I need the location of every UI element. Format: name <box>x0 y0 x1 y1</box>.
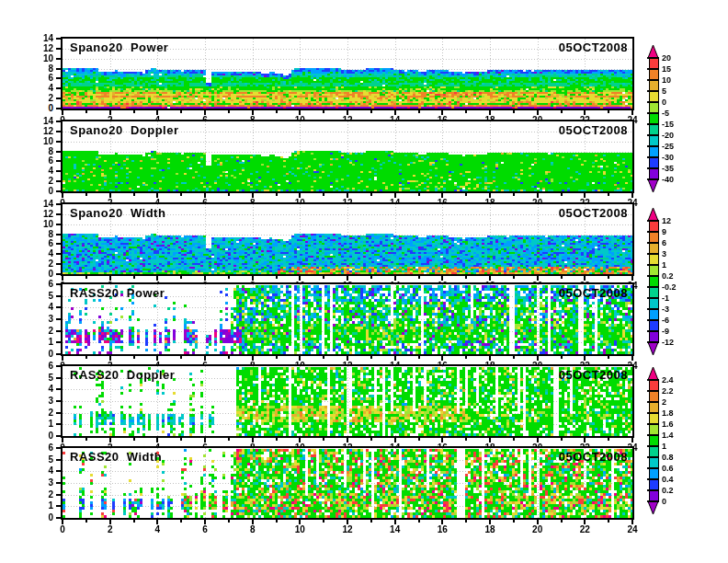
x-tick-label: 8 <box>240 525 266 534</box>
x-tick-mark <box>561 276 563 279</box>
x-tick-mark <box>370 276 372 279</box>
colorbar-tick-mark <box>647 412 659 414</box>
y-tick-mark <box>56 234 61 236</box>
x-tick-label: 16 <box>429 525 455 534</box>
y-tick-mark <box>56 77 61 79</box>
date-label: 05OCT2008 <box>559 450 628 464</box>
x-tick-mark <box>228 438 230 441</box>
panel-title-rass20-doppler: RASS20 Doppler <box>70 368 175 382</box>
x-tick-mark <box>85 193 87 196</box>
y-tick-label: 6 <box>26 280 53 289</box>
y-tick-mark <box>56 505 61 507</box>
date-label: 05OCT2008 <box>559 206 628 220</box>
colorbar-1: 1296310.2-0.2-1-3-6-9-12 <box>646 208 688 355</box>
x-tick-mark <box>608 520 609 523</box>
x-tick-mark <box>228 276 230 279</box>
colorbar-tick-mark <box>647 264 659 266</box>
colorbar-tick-mark <box>647 275 659 277</box>
x-tick-mark <box>370 438 372 441</box>
colorbar-tick-label: -15 <box>662 121 674 129</box>
date-label: 05OCT2008 <box>559 286 628 300</box>
date-label: 05OCT2008 <box>559 368 628 382</box>
x-tick-mark <box>276 356 278 359</box>
colorbar-tick-mark <box>647 156 659 158</box>
y-tick-label: 5 <box>26 373 53 383</box>
colorbar-tick-label: 2.2 <box>662 387 674 396</box>
x-tick-mark <box>370 356 372 359</box>
x-tick-mark <box>85 438 87 441</box>
y-tick-mark <box>56 435 61 437</box>
y-tick-label: 0 <box>26 431 53 441</box>
x-tick-mark <box>608 276 609 279</box>
colorbar-tick-mark <box>647 500 659 502</box>
x-tick-mark <box>418 276 420 279</box>
x-tick-label: 20 <box>525 525 551 534</box>
y-tick-mark <box>56 306 61 308</box>
y-tick-label: 2 <box>26 177 53 186</box>
x-tick-mark <box>276 520 278 523</box>
x-tick-mark <box>133 438 135 441</box>
y-tick-label: 2 <box>26 259 53 269</box>
y-tick-mark <box>56 412 61 414</box>
panel-title-rass20-power: RASS20 Power <box>70 286 165 300</box>
colorbar-tick-mark <box>647 286 659 288</box>
y-tick-mark <box>56 377 61 379</box>
colorbar-tick-mark <box>647 90 659 92</box>
colorbar-tick-label: 0 <box>662 98 666 107</box>
y-tick-label: 2 <box>26 408 53 418</box>
colorbar-tick-mark <box>647 423 659 425</box>
panel-title-spano20-power: Spano20 Power <box>70 40 168 54</box>
colorbar-tick-mark <box>647 401 659 403</box>
panel-title-rass20-width: RASS20 Width <box>70 450 162 464</box>
y-tick-label: 4 <box>26 84 53 93</box>
x-tick-mark <box>418 193 420 196</box>
panel-spano20-doppler: Spano20 Doppler05OCT2008 <box>61 120 634 193</box>
y-tick-mark <box>56 151 61 153</box>
panel-title-spano20-doppler: Spano20 Doppler <box>70 123 179 137</box>
x-tick-mark <box>180 110 182 113</box>
y-tick-mark <box>56 180 61 182</box>
y-tick-label: 12 <box>26 44 53 53</box>
x-tick-mark <box>180 520 182 523</box>
x-tick-mark <box>323 438 324 441</box>
y-tick-mark <box>56 318 61 320</box>
x-tick-mark <box>228 193 230 196</box>
y-tick-label: 5 <box>26 292 53 301</box>
colorbar-tick-mark <box>647 134 659 136</box>
panel-spano20-width: Spano20 Width05OCT2008 <box>61 202 634 276</box>
y-tick-label: 0 <box>26 104 53 113</box>
x-tick-mark <box>133 356 135 359</box>
y-tick-label: 6 <box>26 362 53 371</box>
colorbar-tick-mark <box>647 101 659 103</box>
colorbar-tick-label: -0.2 <box>662 283 677 292</box>
colorbar-tick-mark <box>647 57 659 59</box>
x-tick-mark <box>418 438 420 441</box>
colorbar-tick-mark <box>647 456 659 458</box>
x-tick-label: 22 <box>572 525 597 534</box>
y-tick-label: 2 <box>26 94 53 103</box>
y-tick-mark <box>56 213 61 215</box>
x-tick-label: 10 <box>287 525 313 534</box>
y-tick-mark <box>56 263 61 265</box>
x-tick-mark <box>228 110 230 113</box>
colorbar-tick-mark <box>647 231 659 233</box>
y-tick-mark <box>56 341 61 343</box>
x-tick-mark <box>133 193 135 196</box>
colorbar-tick-mark <box>647 478 659 480</box>
x-tick-mark <box>608 356 609 359</box>
colorbar-arrow <box>646 208 660 221</box>
colorbar-tick-mark <box>647 79 659 81</box>
x-tick-mark <box>323 110 324 113</box>
y-tick-mark <box>56 131 61 132</box>
x-tick-mark <box>465 193 467 196</box>
x-tick-mark <box>465 276 467 279</box>
y-tick-mark <box>56 108 61 109</box>
y-tick-mark <box>56 459 61 461</box>
x-tick-mark <box>561 520 563 523</box>
panel-rass20-doppler: RASS20 Doppler05OCT2008 <box>61 364 634 438</box>
colorbar-tick-mark <box>647 242 659 244</box>
x-tick-mark <box>561 356 563 359</box>
y-tick-mark <box>56 494 61 496</box>
y-tick-mark <box>56 330 61 332</box>
colorbar-tick-mark <box>647 123 659 125</box>
